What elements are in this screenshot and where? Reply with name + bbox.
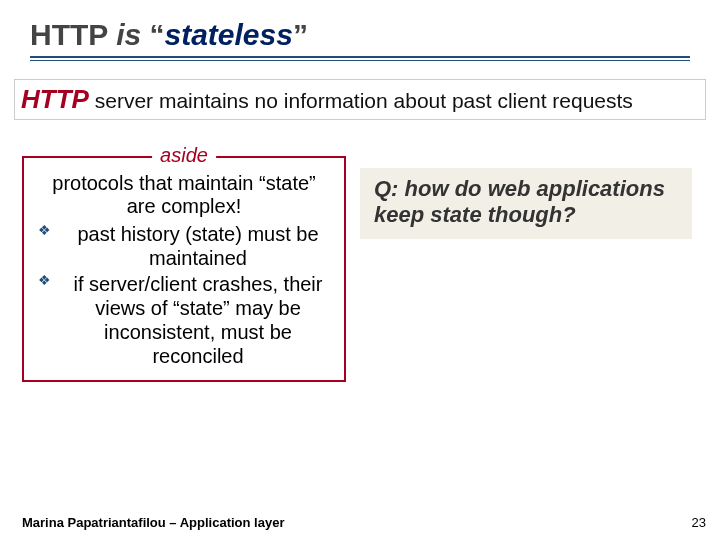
aside-box: aside protocols that maintain “state” ar… (22, 156, 346, 382)
slide-title: HTTP is “stateless” (30, 18, 690, 52)
aside-bullet: past history (state) must be maintained (34, 222, 334, 270)
question-box: Q: how do web applications keep state th… (360, 168, 692, 239)
aside-list: past history (state) must be maintained … (30, 222, 338, 368)
title-quote-open: “ (149, 18, 164, 51)
slide-title-area: HTTP is “stateless” (0, 0, 720, 69)
question-text: Q: how do web applications keep state th… (374, 176, 682, 229)
title-rule-thin (30, 60, 690, 61)
aside-bullet: if server/client crashes, their views of… (34, 272, 334, 368)
title-prefix: HTTP (30, 18, 116, 51)
aside-intro: protocols that maintain “state” are comp… (30, 172, 338, 222)
subtitle-rest: server maintains no information about pa… (89, 89, 633, 112)
subtitle-text: HTTP server maintains no information abo… (21, 84, 699, 115)
aside-legend: aside (152, 144, 216, 167)
title-rule-thick (30, 56, 690, 58)
page-number: 23 (692, 515, 706, 530)
subtitle-box: HTTP server maintains no information abo… (14, 79, 706, 120)
footer-text: Marina Papatriantafilou – Application la… (22, 515, 284, 530)
title-stateless: stateless (164, 18, 292, 51)
title-is: is (116, 18, 149, 51)
subtitle-http: HTTP (21, 84, 89, 114)
title-quote-close: ” (293, 18, 308, 51)
